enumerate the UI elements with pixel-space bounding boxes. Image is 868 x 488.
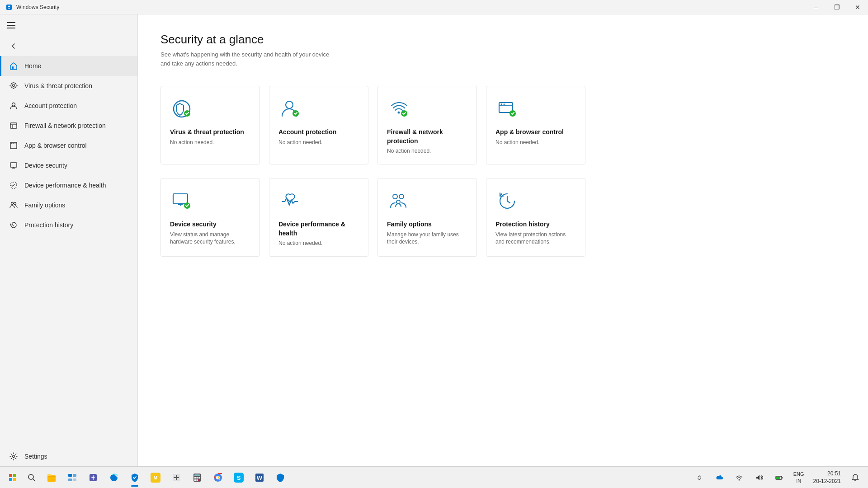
sidebar-item-device-security[interactable]: Device security xyxy=(0,155,137,175)
svg-rect-48 xyxy=(73,474,76,477)
firewall-card-icon xyxy=(387,97,410,121)
svg-point-25 xyxy=(398,112,400,114)
svg-rect-60 xyxy=(194,479,196,481)
svg-point-20 xyxy=(14,202,16,205)
notification-button[interactable] xyxy=(846,469,864,487)
virus-label: Virus & threat protection xyxy=(24,82,92,89)
family-card[interactable]: Family options Manage how your family us… xyxy=(377,178,477,257)
svg-rect-62 xyxy=(198,479,200,481)
account-nav-icon xyxy=(9,101,18,110)
sidebar-item-home[interactable]: Home xyxy=(0,56,137,76)
sidebar-item-virus[interactable]: Virus & threat protection xyxy=(0,76,137,96)
taskbar: M S xyxy=(0,466,868,488)
close-button[interactable]: ✕ xyxy=(847,0,868,14)
virus-card-desc: No action needed. xyxy=(170,139,250,146)
svg-rect-71 xyxy=(782,477,783,479)
system-tray-expand[interactable] xyxy=(690,469,708,487)
svg-point-21 xyxy=(13,455,15,458)
family-card-icon xyxy=(387,189,410,213)
device-security-nav-icon xyxy=(9,161,18,170)
app-browser-card-desc: No action needed. xyxy=(495,139,576,146)
taskbar-word[interactable]: W xyxy=(250,468,269,488)
taskbar-snip[interactable] xyxy=(166,468,186,488)
app-browser-nav-icon xyxy=(9,141,18,150)
firewall-card[interactable]: Firewall & network protection No action … xyxy=(377,86,477,164)
svg-rect-39 xyxy=(9,474,12,477)
language-text: ENGIN xyxy=(793,471,804,484)
device-health-card-title: Device performance & health xyxy=(278,220,359,238)
account-label: Account protection xyxy=(24,102,77,109)
restore-button[interactable]: ❐ xyxy=(826,0,847,14)
history-card-icon xyxy=(495,189,519,213)
history-card[interactable]: Protection history View latest protectio… xyxy=(486,178,585,257)
virus-card[interactable]: Virus & threat protection No action need… xyxy=(160,86,260,164)
taskbar-windows-security[interactable] xyxy=(125,468,145,488)
onedrive-icon[interactable] xyxy=(710,469,728,487)
device-security-card-title: Device security xyxy=(170,220,250,229)
svg-point-19 xyxy=(11,202,14,205)
device-security-label: Device security xyxy=(24,162,67,169)
svg-rect-47 xyxy=(68,474,72,477)
device-health-card-icon xyxy=(278,189,302,213)
wifi-icon[interactable] xyxy=(730,469,748,487)
virus-card-icon xyxy=(170,97,193,121)
app-body: Home Virus & threat protection xyxy=(0,14,868,466)
taskbar-file-explorer[interactable] xyxy=(42,468,61,488)
hamburger-menu[interactable] xyxy=(7,22,15,28)
back-icon xyxy=(9,42,18,51)
firewall-nav-icon xyxy=(9,121,18,130)
settings-label: Settings xyxy=(24,453,47,460)
sidebar-item-history[interactable]: Protection history xyxy=(0,215,137,235)
language-indicator[interactable]: ENGIN xyxy=(790,469,808,486)
sidebar-item-device-health[interactable]: Device performance & health xyxy=(0,175,137,195)
sidebar-item-firewall[interactable]: Firewall & network protection xyxy=(0,116,137,136)
svg-rect-8 xyxy=(10,123,17,128)
svg-rect-45 xyxy=(47,475,56,482)
sidebar-item-account[interactable]: Account protection xyxy=(0,96,137,116)
firewall-label: Firewall & network protection xyxy=(24,122,106,129)
clock[interactable]: 20:51 20-12-2021 xyxy=(810,468,844,487)
history-card-title: Protection history xyxy=(495,220,576,229)
sidebar-settings[interactable]: Settings xyxy=(0,446,137,466)
nav-back-button[interactable] xyxy=(0,36,137,56)
power-icon[interactable] xyxy=(770,469,788,487)
search-button[interactable] xyxy=(23,469,41,487)
sidebar-item-app-browser[interactable]: App & browser control xyxy=(0,136,137,155)
taskbar-teams[interactable] xyxy=(83,468,103,488)
device-health-card-desc: No action needed. xyxy=(278,239,359,247)
svg-rect-58 xyxy=(197,477,198,479)
taskbar-task-view[interactable] xyxy=(62,468,82,488)
svg-rect-15 xyxy=(10,163,17,167)
family-label: Family options xyxy=(24,202,65,209)
taskbar-chrome[interactable] xyxy=(208,468,228,488)
app-browser-card[interactable]: App & browser control No action needed. xyxy=(486,86,585,164)
page-subtitle: See what's happening with the security a… xyxy=(160,50,845,68)
taskbar-edge[interactable] xyxy=(104,468,124,488)
svg-point-23 xyxy=(286,101,293,108)
device-security-card[interactable]: Device security View status and manage h… xyxy=(160,178,260,257)
window-title: Windows Security xyxy=(16,4,59,10)
svg-text:M: M xyxy=(154,475,157,480)
svg-rect-40 xyxy=(13,474,16,477)
volume-icon[interactable] xyxy=(750,469,768,487)
taskbar-calculator[interactable] xyxy=(187,468,207,488)
app-icon xyxy=(5,4,13,11)
account-card-desc: No action needed. xyxy=(278,139,359,146)
device-security-card-desc: View status and manage hardware security… xyxy=(170,231,250,246)
account-card[interactable]: Account protection No action needed. xyxy=(269,86,368,164)
sidebar-item-family[interactable]: Family options xyxy=(0,195,137,215)
svg-text:S: S xyxy=(237,474,241,481)
minimize-button[interactable]: – xyxy=(806,0,826,14)
firewall-card-desc: No action needed. xyxy=(387,147,467,155)
history-card-desc: View latest protection actions and recom… xyxy=(495,231,576,246)
svg-point-2 xyxy=(13,84,15,87)
taskbar-skype[interactable]: S xyxy=(229,468,249,488)
taskbar-defender[interactable] xyxy=(270,468,290,488)
device-health-card[interactable]: Device performance & health No action ne… xyxy=(269,178,368,257)
svg-point-7 xyxy=(12,103,15,106)
taskbar-malwarebytes[interactable]: M xyxy=(146,468,165,488)
home-icon xyxy=(9,61,18,70)
start-button[interactable] xyxy=(4,469,22,487)
svg-rect-50 xyxy=(73,479,76,481)
svg-point-29 xyxy=(501,103,502,105)
